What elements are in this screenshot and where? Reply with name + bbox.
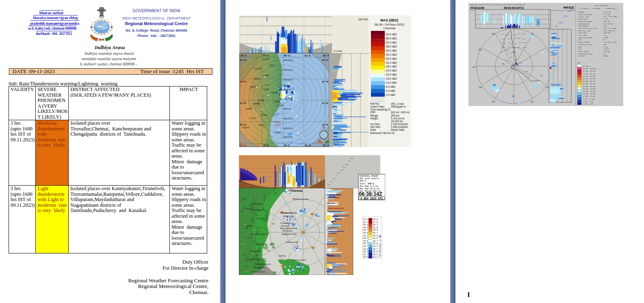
svg-text:UTF: UTF: [578, 39, 581, 41]
svg-text:06:38:14Z: 06:38:14Z: [359, 191, 382, 197]
svg-text:24.00: 28.00: 24.00: 28.00: [583, 88, 595, 90]
svg-text:14.4: 14.4: [345, 163, 349, 165]
svg-text:SLM: SLM: [244, 126, 249, 129]
svg-text:Min Hgt:0.0 km: Min Hgt:0.0 km: [360, 185, 378, 188]
svg-text:32.0 dBZ: 32.0 dBZ: [386, 61, 397, 64]
svg-text:79° E: 79° E: [263, 144, 269, 147]
svg-text:+ACM: +ACM: [508, 42, 512, 44]
svg-text:: 1 Km: : 1 Km: [601, 18, 608, 20]
svg-text:: 8 dB: : 8 dB: [601, 37, 608, 39]
svg-text:Tiruchirappalli: Tiruchirappalli: [251, 233, 268, 235]
svg-text:3.6: 3.6: [330, 181, 332, 183]
svg-text:2023/11/09: 2023/11/09: [470, 6, 484, 9]
svg-text:100: 100: [525, 71, 528, 72]
svg-text:Villupuram: Villupuram: [257, 218, 268, 220]
svg-text:dbZ: dbZ: [577, 62, 581, 64]
svg-text:TVM: TVM: [262, 114, 267, 116]
svg-text:330: 330: [492, 33, 495, 35]
svg-text:RYC: RYC: [255, 78, 260, 80]
svg-text:82° E: 82° E: [323, 54, 329, 57]
svg-text:: 0.5,21.0 Deg: : 0.5,21.0 Deg: [601, 27, 616, 29]
svg-text:28.0 dBZ: 28.0 dBZ: [386, 65, 397, 68]
svg-text:Vedaranyam: Vedaranyam: [286, 241, 298, 244]
svg-text:Ramanathapuram: Ramanathapuram: [255, 263, 271, 265]
svg-text:LCY: LCY: [274, 113, 279, 116]
svg-text:12° N: 12° N: [240, 123, 246, 126]
svg-text:Mahabalipuram: Mahabalipuram: [293, 198, 308, 201]
svg-text:38.7: 38.7: [373, 240, 378, 242]
svg-text:+A2: +A2: [514, 43, 516, 45]
svg-text:200: 200: [540, 75, 543, 76]
svg-text:HAR: HAR: [285, 84, 290, 87]
svg-text:MDP: MDP: [251, 86, 256, 88]
svg-text:: 2.0 Km: : 2.0 Km: [601, 13, 610, 15]
svg-text:+KPM: +KPM: [522, 38, 525, 40]
svg-text:Max with panels: Max with panels: [360, 177, 379, 180]
svg-text:56.0 dBZ: 56.0 dBZ: [386, 37, 397, 40]
svg-text:1.8: 1.8: [327, 184, 330, 186]
svg-text:+89: +89: [514, 59, 516, 61]
svg-text:28.0: 28.0: [373, 251, 378, 253]
svg-text:: Yes: : Yes: [601, 25, 607, 27]
svg-text:KLK: KLK: [260, 124, 265, 126]
svg-text:14° N: 14° N: [322, 80, 328, 83]
svg-text:UOG: UOG: [264, 58, 270, 61]
svg-text:200.0 km: 200.0 km: [284, 136, 293, 138]
svg-text:+GUD: +GUD: [522, 42, 526, 43]
svg-text:44.00: 48.00: 44.00: 48.00: [583, 75, 595, 77]
svg-text:PRF (Lo, Hi): PRF (Lo, Hi): [578, 30, 591, 32]
svg-text:Chennai: Chennai: [383, 26, 395, 30]
svg-text:Scan RPM: Scan RPM: [578, 34, 587, 36]
svg-text:: 1.5: : 1.5: [601, 34, 607, 36]
svg-text:Salem: Salem: [246, 225, 252, 227]
svg-text:4.0 dBZ: 4.0 dBZ: [386, 89, 395, 92]
svg-text:+VEL: +VEL: [513, 37, 517, 39]
svg-text:Cuddalore: Cuddalore: [283, 215, 294, 218]
svg-text:: 20.0 Km: : 20.0 Km: [601, 11, 611, 13]
svg-text:20.00: 24.00: 20.00: 24.00: [583, 90, 595, 92]
svg-text:: 150 mts: : 150 mts: [601, 32, 611, 34]
svg-text:DSR Enable: DSR Enable: [578, 25, 589, 27]
svg-text:8.0 dBZ: 8.0 dBZ: [386, 85, 395, 88]
svg-text:50.0 km: 50.0 km: [284, 108, 292, 110]
svg-text:0.0 dBZ: 0.0 dBZ: [386, 93, 395, 96]
svg-text:11° N: 11° N: [240, 144, 246, 147]
svg-text:200.0 km: 200.0 km: [284, 59, 293, 61]
svg-text:57.3: 57.3: [363, 219, 368, 221]
svg-text:Log Threshold: Log Threshold: [578, 37, 592, 39]
svg-text:44.0: 44.0: [373, 235, 378, 237]
svg-text:30.7: 30.7: [373, 248, 378, 250]
svg-text:12.00: 16.00: 12.00: 16.00: [583, 95, 595, 97]
svg-text:100.0 km: 100.0 km: [284, 78, 293, 81]
svg-text:+73: +73: [518, 62, 521, 64]
svg-text:46.7: 46.7: [373, 232, 378, 234]
svg-text:14° N: 14° N: [240, 80, 246, 83]
svg-text:SQI: SQI: [578, 46, 581, 48]
svg-text:0.100 km to: 0.100 km to: [391, 117, 405, 120]
svg-text:Scan Range: Scan Range: [578, 50, 589, 52]
svg-text:12.6: 12.6: [343, 166, 346, 168]
svg-text:60.0: 60.0: [373, 219, 378, 221]
svg-text:AMB: AMB: [254, 102, 260, 105]
svg-text:: CL: : CL: [601, 53, 606, 55]
svg-text:4.00: 8.00: 4.00: 8.00: [583, 100, 593, 102]
svg-text:56.00: ≥60.00: 56.00: ≥60.00: [583, 67, 596, 69]
svg-text:9 NOV 2023 UTC: 9 NOV 2023 UTC: [360, 197, 383, 200]
svg-text:15° N: 15° N: [240, 59, 246, 61]
svg-text:40.0 dBZ: 40.0 dBZ: [386, 53, 397, 56]
svg-text:DWR: DWR: [286, 97, 293, 100]
svg-text:: 240 Km: : 240 Km: [601, 20, 610, 22]
svg-text:: 0.25: : 0.25: [601, 46, 608, 48]
svg-text:+JAC: +JAC: [517, 33, 521, 35]
svg-text:+SHD: +SHD: [501, 42, 505, 43]
svg-text:+WAO: +WAO: [522, 33, 525, 35]
svg-text:+CNI: +CNI: [506, 34, 510, 36]
svg-text:0.00: 4.00: 0.00: 4.00: [583, 103, 593, 105]
svg-text:30: 30: [531, 33, 534, 35]
svg-text:Virudhunagar: Virudhunagar: [247, 258, 260, 260]
svg-text:CGL: CGL: [276, 124, 282, 126]
svg-text:COB: COB: [256, 67, 261, 70]
svg-text:20.0: 20.0: [568, 10, 572, 12]
svg-text:120: 120: [546, 87, 549, 89]
svg-text:28.0: 28.0: [363, 248, 368, 250]
